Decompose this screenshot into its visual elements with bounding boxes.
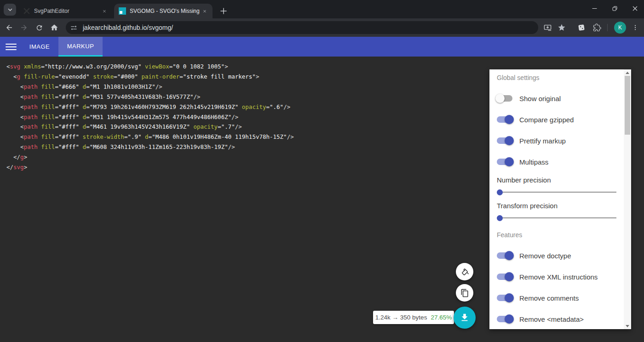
- browser-tab-svgpatheditor[interactable]: SvgPathEditor: [18, 4, 112, 18]
- tab-markup[interactable]: MARKUP: [58, 37, 103, 57]
- copy-icon: [460, 289, 469, 297]
- toggle-remove-doctype[interactable]: [497, 252, 512, 259]
- toggle-multipass[interactable]: [497, 159, 512, 165]
- toggle-knob: [505, 115, 514, 124]
- window-minimize-button[interactable]: [584, 0, 604, 17]
- tab-search-button[interactable]: [4, 4, 16, 16]
- setting-label: Prettify markup: [519, 137, 566, 145]
- toggle-show-original[interactable]: [497, 95, 512, 102]
- markup-code-view: <svg xmlns="http://www.w3.org/2000/svg" …: [0, 57, 489, 342]
- toggle-remove-metadata[interactable]: [497, 316, 512, 322]
- setting-row-remove-metadata: Remove <metadata>: [489, 308, 624, 329]
- scrollbar-thumb[interactable]: [625, 76, 630, 135]
- url-text: jakearchibald.github.io/svgomg/: [83, 24, 173, 31]
- toggle-knob: [505, 293, 514, 302]
- window-close-button[interactable]: [625, 0, 644, 17]
- settings-scrollbar[interactable]: [624, 69, 631, 329]
- size-result-readout: 1.24k → 350 bytes 27.65%: [373, 311, 454, 324]
- scroll-down-arrow-icon[interactable]: [624, 323, 631, 329]
- puzzle-icon: [593, 23, 601, 32]
- extension-dice-button[interactable]: [574, 20, 589, 35]
- toggle-compare-gzipped[interactable]: [497, 116, 512, 123]
- svgpatheditor-favicon-icon: [23, 7, 30, 15]
- setting-slider-number-precision: Number precision: [489, 172, 624, 198]
- dice-icon: [577, 23, 586, 32]
- install-app-button[interactable]: [540, 20, 555, 35]
- plus-icon: [220, 8, 227, 14]
- tab-close-icon[interactable]: [100, 7, 109, 15]
- new-tab-button[interactable]: [217, 5, 230, 17]
- toggle-remove-xml-instructions[interactable]: [497, 274, 512, 280]
- reload-icon: [35, 24, 43, 32]
- code-line: <path fill="#fff" stroke-width=".9" d="M…: [6, 132, 489, 142]
- tab-title: SvgPathEditor: [34, 8, 100, 14]
- svgomg-favicon-icon: [119, 7, 126, 15]
- code-line: <path fill="#fff" d="M31 19h415v544H31Zm…: [6, 112, 489, 122]
- home-icon: [50, 23, 58, 32]
- setting-row-remove-comments: Remove comments: [489, 287, 624, 308]
- setting-label: Number precision: [497, 176, 616, 186]
- slider-track-transform-precision[interactable]: [497, 212, 616, 224]
- browser-tab-svgomg[interactable]: SVGOMG - SVGO's Missing GUI: [114, 4, 213, 18]
- setting-label: Transform precision: [497, 202, 616, 212]
- setting-label: Compare gzipped: [519, 116, 574, 124]
- extensions-button[interactable]: [590, 20, 604, 35]
- hamburger-bar: [6, 49, 17, 50]
- toggle-knob: [505, 272, 514, 281]
- forward-button[interactable]: [17, 20, 31, 35]
- setting-label: Remove XML instructions: [519, 273, 598, 281]
- theme-button[interactable]: [456, 263, 473, 280]
- setting-label: Multipass: [519, 158, 548, 166]
- tab-image[interactable]: IMAGE: [21, 37, 58, 57]
- monitor-download-icon: [543, 23, 552, 32]
- app-header: IMAGE MARKUP: [0, 37, 644, 57]
- setting-label: Remove <metadata>: [519, 315, 584, 323]
- slider-thumb[interactable]: [497, 189, 503, 195]
- browser-tabstrip: SvgPathEditor SVGOMG - SVGO's Missing GU…: [0, 0, 644, 18]
- star-icon: [558, 23, 566, 32]
- restore-icon: [612, 6, 617, 11]
- code-line: <path fill="#fff" d="M608 324h11v93h-11Z…: [6, 142, 489, 152]
- slider-thumb[interactable]: [497, 215, 503, 221]
- download-button[interactable]: [454, 307, 476, 329]
- home-button[interactable]: [47, 20, 62, 35]
- hamburger-bar: [6, 44, 17, 45]
- browser-toolbar: jakearchibald.github.io/svgomg/ K: [0, 18, 644, 37]
- back-arrow-icon: [5, 23, 13, 32]
- toggle-knob: [505, 314, 514, 324]
- code-line: </g>: [6, 152, 489, 162]
- hamburger-bar: [6, 46, 17, 47]
- setting-label: Remove doctype: [519, 252, 571, 260]
- tab-close-icon[interactable]: [201, 7, 209, 15]
- code-line: <svg xmlns="http://www.w3.org/2000/svg" …: [6, 62, 489, 72]
- toggle-knob: [505, 251, 514, 260]
- setting-label: Show original: [519, 95, 561, 103]
- setting-row-prettify-markup: Prettify markup: [489, 130, 624, 151]
- percent-badge: 27.65%: [431, 314, 452, 321]
- toggle-knob: [505, 136, 514, 145]
- toggle-prettify-markup[interactable]: [497, 137, 512, 144]
- toggle-knob: [505, 157, 514, 166]
- site-info-icon[interactable]: [70, 24, 77, 31]
- avatar-initial: K: [618, 24, 622, 31]
- code-line: <path fill="#666" d="M1 1h1081v1003H1Z"/…: [6, 82, 489, 92]
- window-restore-button[interactable]: [604, 0, 625, 17]
- slider-track-number-precision[interactable]: [497, 186, 616, 198]
- code-line: </svg>: [6, 162, 489, 172]
- menu-hamburger-button[interactable]: [5, 41, 17, 53]
- size-text: 1.24k → 350 bytes: [375, 314, 427, 321]
- reload-button[interactable]: [32, 20, 46, 35]
- toggle-knob: [495, 94, 505, 103]
- back-button[interactable]: [2, 20, 17, 35]
- toggle-remove-comments[interactable]: [497, 295, 512, 301]
- settings-heading-features: Features: [489, 224, 624, 245]
- url-bar[interactable]: jakearchibald.github.io/svgomg/: [66, 21, 538, 34]
- minimize-icon: [592, 6, 597, 11]
- setting-label: Remove comments: [519, 294, 579, 302]
- browser-menu-button[interactable]: [628, 20, 643, 35]
- scroll-up-arrow-icon[interactable]: [624, 69, 631, 76]
- copy-button[interactable]: [456, 284, 473, 302]
- profile-avatar[interactable]: K: [614, 22, 626, 34]
- setting-row-compare-gzipped: Compare gzipped: [489, 109, 624, 130]
- bookmark-star-button[interactable]: [554, 20, 569, 35]
